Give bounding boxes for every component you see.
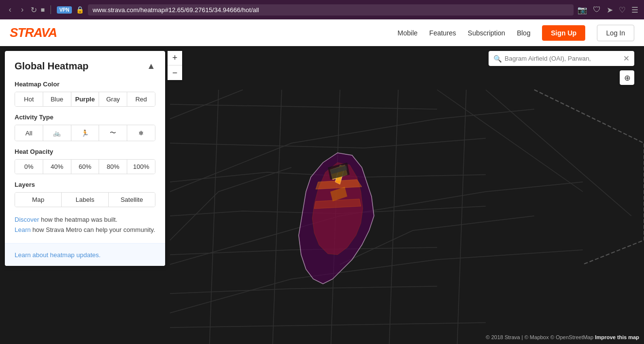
sidebar-title: Global Heatmap — [15, 61, 88, 72]
nav-links: Mobile Features Subscription Blog Sign U… — [398, 25, 634, 41]
activity-winter-button[interactable]: ❄ — [127, 125, 155, 141]
zoom-out-button[interactable]: − — [168, 66, 182, 80]
navbar: STRAVA Mobile Features Subscription Blog… — [0, 19, 644, 46]
bike-icon: 🚲 — [53, 130, 61, 137]
activity-bike-button[interactable]: 🚲 — [43, 125, 71, 141]
nav-subscription[interactable]: Subscription — [468, 29, 505, 37]
heat-opacity-label: Heat Opacity — [15, 148, 155, 155]
learn-text: how Strava Metro can help your community… — [31, 226, 155, 233]
copyright-text: © 2018 Strava | © Mapbox © OpenStreetMap — [486, 334, 593, 340]
strava-logo: STRAVA — [10, 25, 57, 40]
divider — [51, 5, 51, 14]
search-icon: 🔍 — [493, 55, 502, 63]
signup-button[interactable]: Sign Up — [542, 25, 585, 41]
reload-button[interactable]: ↻ — [31, 5, 37, 15]
collapse-button[interactable]: ▲ — [147, 61, 155, 71]
opacity-60-button[interactable]: 60% — [71, 160, 100, 174]
heat-opacity-group: 0% 40% 60% 80% 100% — [15, 159, 155, 174]
menu-icon[interactable]: ☰ — [631, 5, 638, 15]
browser-chrome: ‹ › ↻ ■ VPN 🔒 www.strava.com/heatmap#12.… — [0, 0, 644, 19]
nav-mobile[interactable]: Mobile — [398, 29, 418, 37]
sidebar-main: Global Heatmap ▲ Heatmap Color Hot Blue … — [5, 51, 165, 243]
login-button[interactable]: Log In — [597, 25, 634, 41]
search-input[interactable] — [505, 55, 623, 62]
water-icon: 〜 — [110, 129, 116, 137]
winter-icon: ❄ — [138, 130, 144, 137]
layer-map-button[interactable]: Map — [15, 193, 62, 207]
layers-group: Map Labels Satellite — [15, 192, 155, 207]
color-red-button[interactable]: Red — [127, 92, 155, 106]
color-gray-button[interactable]: Gray — [99, 92, 127, 106]
opacity-40-button[interactable]: 40% — [43, 160, 71, 174]
activity-all-button[interactable]: All — [15, 125, 43, 141]
activity-run-button[interactable]: 🏃 — [71, 125, 100, 141]
heatmap-updates-link[interactable]: Learn about heatmap updates. — [15, 251, 101, 259]
forward-button[interactable]: › — [18, 4, 26, 15]
vpn-badge: VPN — [57, 6, 72, 14]
activity-all-label: All — [25, 130, 32, 137]
activity-type-group: All 🚲 🏃 〜 ❄ — [15, 125, 155, 141]
shield-icon[interactable]: 🛡 — [593, 5, 601, 15]
heart-icon[interactable]: ♡ — [619, 5, 626, 15]
nav-features[interactable]: Features — [429, 29, 456, 37]
discover-link[interactable]: Discover — [15, 216, 39, 223]
lock-icon: 🔒 — [76, 6, 84, 14]
tabs-button[interactable]: ■ — [41, 6, 45, 14]
opacity-0-button[interactable]: 0% — [15, 160, 43, 174]
color-options-group: Hot Blue Purple Gray Red — [15, 92, 155, 107]
sidebar-description: Discover how the heatmap was built. Lear… — [15, 215, 155, 235]
learn-link[interactable]: Learn — [15, 226, 31, 233]
sidebar-footer: Learn about heatmap updates. — [5, 243, 165, 266]
sidebar-panel: Global Heatmap ▲ Heatmap Color Hot Blue … — [5, 51, 165, 266]
opacity-80-button[interactable]: 80% — [99, 160, 127, 174]
run-icon: 🏃 — [81, 130, 89, 137]
location-button[interactable]: ⊕ — [620, 70, 634, 85]
location-icon: ⊕ — [624, 73, 630, 82]
address-bar[interactable]: www.strava.com/heatmap#12.65/69.27615/34… — [88, 4, 574, 16]
camera-icon[interactable]: 📷 — [577, 5, 587, 15]
browser-icons: 📷 🛡 ➤ ♡ ☰ — [577, 5, 638, 15]
send-icon[interactable]: ➤ — [607, 5, 613, 15]
color-purple-button[interactable]: Purple — [71, 92, 100, 106]
nav-blog[interactable]: Blog — [517, 29, 530, 37]
discover-text: how the heatmap was built. — [39, 216, 118, 223]
layer-satellite-button[interactable]: Satellite — [109, 193, 155, 207]
search-clear-button[interactable]: ✕ — [623, 54, 629, 63]
search-bar: 🔍 ✕ — [489, 51, 634, 66]
heatmap-color-label: Heatmap Color — [15, 81, 155, 88]
back-button[interactable]: ‹ — [6, 4, 14, 15]
map-area[interactable]: Global Heatmap ▲ Heatmap Color Hot Blue … — [0, 46, 644, 344]
map-copyright: © 2018 Strava | © Mapbox © OpenStreetMap… — [486, 334, 639, 340]
improve-map-link[interactable]: Improve this map — [595, 334, 639, 340]
color-hot-button[interactable]: Hot — [15, 92, 43, 106]
activity-type-label: Activity Type — [15, 114, 155, 121]
sidebar-header: Global Heatmap ▲ — [15, 61, 155, 72]
opacity-100-button[interactable]: 100% — [127, 160, 155, 174]
layer-labels-button[interactable]: Labels — [62, 193, 108, 207]
color-blue-button[interactable]: Blue — [43, 92, 71, 106]
zoom-in-button[interactable]: + — [168, 51, 182, 66]
layers-label: Layers — [15, 181, 155, 188]
activity-water-button[interactable]: 〜 — [99, 125, 127, 141]
zoom-controls: + − — [168, 51, 182, 80]
app-container: STRAVA Mobile Features Subscription Blog… — [0, 19, 644, 344]
